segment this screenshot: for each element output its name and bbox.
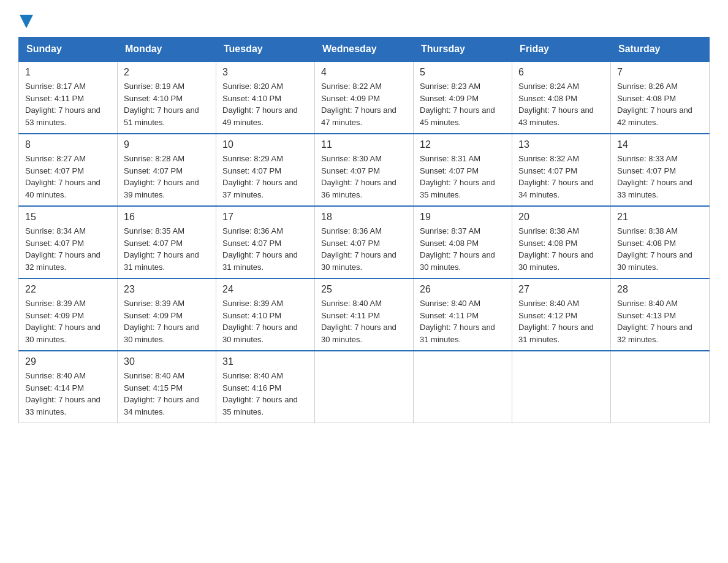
day-number: 29 xyxy=(25,356,111,367)
calendar-cell: 26 Sunrise: 8:40 AM Sunset: 4:11 PM Dayl… xyxy=(414,278,512,351)
day-info: Sunrise: 8:39 AM Sunset: 4:10 PM Dayligh… xyxy=(222,297,308,345)
calendar-cell xyxy=(611,351,710,423)
calendar-cell: 23 Sunrise: 8:39 AM Sunset: 4:09 PM Dayl… xyxy=(118,278,216,351)
day-number: 13 xyxy=(518,139,604,150)
calendar-cell: 20 Sunrise: 8:38 AM Sunset: 4:08 PM Dayl… xyxy=(512,206,611,278)
day-number: 4 xyxy=(321,67,407,78)
day-number: 23 xyxy=(124,284,210,295)
calendar-cell: 28 Sunrise: 8:40 AM Sunset: 4:13 PM Dayl… xyxy=(611,278,710,351)
weekday-header-row: SundayMondayTuesdayWednesdayThursdayFrid… xyxy=(19,37,710,62)
day-number: 11 xyxy=(321,139,407,150)
day-number: 17 xyxy=(222,212,308,223)
day-number: 6 xyxy=(518,67,604,78)
calendar-cell: 12 Sunrise: 8:31 AM Sunset: 4:07 PM Dayl… xyxy=(414,134,512,206)
day-info: Sunrise: 8:30 AM Sunset: 4:07 PM Dayligh… xyxy=(321,153,407,201)
day-number: 10 xyxy=(222,139,308,150)
calendar-cell: 13 Sunrise: 8:32 AM Sunset: 4:07 PM Dayl… xyxy=(512,134,611,206)
day-number: 7 xyxy=(617,67,703,78)
day-number: 16 xyxy=(124,212,210,223)
day-number: 21 xyxy=(617,212,703,223)
day-info: Sunrise: 8:40 AM Sunset: 4:11 PM Dayligh… xyxy=(420,297,506,345)
day-number: 31 xyxy=(222,356,308,367)
day-number: 15 xyxy=(25,212,111,223)
day-info: Sunrise: 8:39 AM Sunset: 4:09 PM Dayligh… xyxy=(25,297,111,345)
calendar-cell: 19 Sunrise: 8:37 AM Sunset: 4:08 PM Dayl… xyxy=(414,206,512,278)
day-number: 3 xyxy=(222,67,308,78)
svg-marker-0 xyxy=(20,15,33,28)
day-info: Sunrise: 8:40 AM Sunset: 4:14 PM Dayligh… xyxy=(25,370,111,418)
calendar-cell: 15 Sunrise: 8:34 AM Sunset: 4:07 PM Dayl… xyxy=(19,206,118,278)
calendar-cell: 18 Sunrise: 8:36 AM Sunset: 4:07 PM Dayl… xyxy=(315,206,414,278)
page-header xyxy=(18,12,710,25)
day-info: Sunrise: 8:40 AM Sunset: 4:12 PM Dayligh… xyxy=(518,297,604,345)
calendar-cell: 29 Sunrise: 8:40 AM Sunset: 4:14 PM Dayl… xyxy=(19,351,118,423)
week-row-3: 15 Sunrise: 8:34 AM Sunset: 4:07 PM Dayl… xyxy=(19,206,710,278)
calendar-cell: 5 Sunrise: 8:23 AM Sunset: 4:09 PM Dayli… xyxy=(414,61,512,134)
calendar-cell: 2 Sunrise: 8:19 AM Sunset: 4:10 PM Dayli… xyxy=(118,61,216,134)
day-number: 9 xyxy=(124,139,210,150)
day-number: 25 xyxy=(321,284,407,295)
day-number: 12 xyxy=(420,139,506,150)
day-number: 5 xyxy=(420,67,506,78)
day-number: 18 xyxy=(321,212,407,223)
day-info: Sunrise: 8:33 AM Sunset: 4:07 PM Dayligh… xyxy=(617,153,703,201)
day-number: 27 xyxy=(518,284,604,295)
day-info: Sunrise: 8:17 AM Sunset: 4:11 PM Dayligh… xyxy=(25,80,111,128)
day-number: 26 xyxy=(420,284,506,295)
calendar-cell: 9 Sunrise: 8:28 AM Sunset: 4:07 PM Dayli… xyxy=(118,134,216,206)
day-number: 24 xyxy=(222,284,308,295)
day-info: Sunrise: 8:32 AM Sunset: 4:07 PM Dayligh… xyxy=(518,153,604,201)
day-number: 1 xyxy=(25,67,111,78)
week-row-1: 1 Sunrise: 8:17 AM Sunset: 4:11 PM Dayli… xyxy=(19,61,710,134)
calendar-table: SundayMondayTuesdayWednesdayThursdayFrid… xyxy=(18,37,710,423)
day-info: Sunrise: 8:20 AM Sunset: 4:10 PM Dayligh… xyxy=(222,80,308,128)
calendar-cell: 30 Sunrise: 8:40 AM Sunset: 4:15 PM Dayl… xyxy=(118,351,216,423)
day-number: 2 xyxy=(124,67,210,78)
calendar-cell: 22 Sunrise: 8:39 AM Sunset: 4:09 PM Dayl… xyxy=(19,278,118,351)
weekday-header-monday: Monday xyxy=(118,37,216,62)
day-info: Sunrise: 8:27 AM Sunset: 4:07 PM Dayligh… xyxy=(25,153,111,201)
day-info: Sunrise: 8:38 AM Sunset: 4:08 PM Dayligh… xyxy=(518,225,604,273)
calendar-cell: 8 Sunrise: 8:27 AM Sunset: 4:07 PM Dayli… xyxy=(19,134,118,206)
day-info: Sunrise: 8:26 AM Sunset: 4:08 PM Dayligh… xyxy=(617,80,703,128)
calendar-cell: 4 Sunrise: 8:22 AM Sunset: 4:09 PM Dayli… xyxy=(315,61,414,134)
calendar-cell: 7 Sunrise: 8:26 AM Sunset: 4:08 PM Dayli… xyxy=(611,61,710,134)
calendar-cell: 10 Sunrise: 8:29 AM Sunset: 4:07 PM Dayl… xyxy=(216,134,315,206)
week-row-2: 8 Sunrise: 8:27 AM Sunset: 4:07 PM Dayli… xyxy=(19,134,710,206)
day-info: Sunrise: 8:19 AM Sunset: 4:10 PM Dayligh… xyxy=(124,80,210,128)
day-info: Sunrise: 8:31 AM Sunset: 4:07 PM Dayligh… xyxy=(420,153,506,201)
day-number: 14 xyxy=(617,139,703,150)
week-row-4: 22 Sunrise: 8:39 AM Sunset: 4:09 PM Dayl… xyxy=(19,278,710,351)
calendar-cell xyxy=(414,351,512,423)
calendar-cell: 17 Sunrise: 8:36 AM Sunset: 4:07 PM Dayl… xyxy=(216,206,315,278)
day-info: Sunrise: 8:40 AM Sunset: 4:16 PM Dayligh… xyxy=(222,370,308,418)
day-info: Sunrise: 8:40 AM Sunset: 4:13 PM Dayligh… xyxy=(617,297,703,345)
day-number: 20 xyxy=(518,212,604,223)
calendar-cell: 1 Sunrise: 8:17 AM Sunset: 4:11 PM Dayli… xyxy=(19,61,118,134)
day-info: Sunrise: 8:40 AM Sunset: 4:11 PM Dayligh… xyxy=(321,297,407,345)
calendar-cell: 31 Sunrise: 8:40 AM Sunset: 4:16 PM Dayl… xyxy=(216,351,315,423)
day-number: 19 xyxy=(420,212,506,223)
logo-triangle-icon xyxy=(20,15,33,28)
day-info: Sunrise: 8:29 AM Sunset: 4:07 PM Dayligh… xyxy=(222,153,308,201)
weekday-header-friday: Friday xyxy=(512,37,611,62)
day-info: Sunrise: 8:23 AM Sunset: 4:09 PM Dayligh… xyxy=(420,80,506,128)
logo xyxy=(18,12,33,25)
day-info: Sunrise: 8:36 AM Sunset: 4:07 PM Dayligh… xyxy=(321,225,407,273)
weekday-header-tuesday: Tuesday xyxy=(216,37,315,62)
weekday-header-wednesday: Wednesday xyxy=(315,37,414,62)
calendar-cell: 24 Sunrise: 8:39 AM Sunset: 4:10 PM Dayl… xyxy=(216,278,315,351)
weekday-header-thursday: Thursday xyxy=(414,37,512,62)
day-info: Sunrise: 8:38 AM Sunset: 4:08 PM Dayligh… xyxy=(617,225,703,273)
calendar-cell: 3 Sunrise: 8:20 AM Sunset: 4:10 PM Dayli… xyxy=(216,61,315,134)
day-info: Sunrise: 8:35 AM Sunset: 4:07 PM Dayligh… xyxy=(124,225,210,273)
day-info: Sunrise: 8:28 AM Sunset: 4:07 PM Dayligh… xyxy=(124,153,210,201)
day-info: Sunrise: 8:39 AM Sunset: 4:09 PM Dayligh… xyxy=(124,297,210,345)
calendar-cell xyxy=(512,351,611,423)
calendar-cell: 16 Sunrise: 8:35 AM Sunset: 4:07 PM Dayl… xyxy=(118,206,216,278)
calendar-cell xyxy=(315,351,414,423)
day-number: 8 xyxy=(25,139,111,150)
day-info: Sunrise: 8:24 AM Sunset: 4:08 PM Dayligh… xyxy=(518,80,604,128)
day-number: 22 xyxy=(25,284,111,295)
calendar-cell: 21 Sunrise: 8:38 AM Sunset: 4:08 PM Dayl… xyxy=(611,206,710,278)
